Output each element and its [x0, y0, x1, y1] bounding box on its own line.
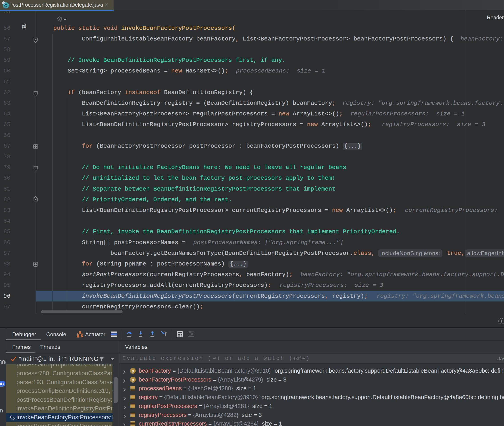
svg-text:p: p	[132, 369, 134, 373]
svg-text:p: p	[132, 378, 134, 382]
